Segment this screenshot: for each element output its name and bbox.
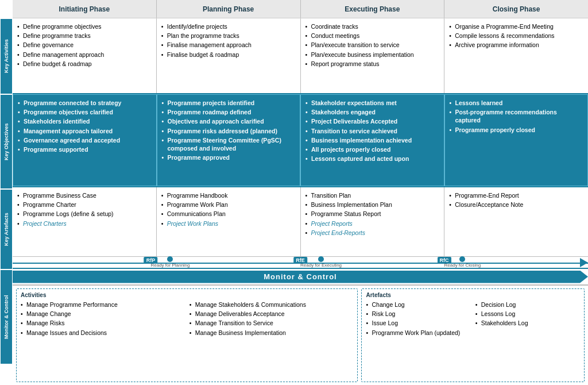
activities-executing: Coordinate tracks Conduct meetings Plan/… bbox=[301, 18, 445, 93]
key-artefacts-label: Key Artefacts bbox=[0, 189, 13, 270]
mc-artefacts-col2: Decision Log Lessons Log Stakeholders Lo… bbox=[475, 300, 580, 337]
list-item: Risk Log bbox=[366, 309, 470, 318]
list-item: Issue Log bbox=[366, 318, 470, 328]
list-item: Change Log bbox=[366, 300, 470, 309]
objectives-executing-list: Stakeholder expectations met Stakeholder… bbox=[305, 98, 439, 163]
objectives-closing-list: Lessons learned Post-programme recommend… bbox=[450, 98, 583, 134]
artefacts-planning-list: Programme Handbook Programme Work Plan C… bbox=[161, 191, 296, 228]
activities-planning: Identify/define projects Plan the progra… bbox=[157, 18, 301, 93]
list-item: Programme roadmap defined bbox=[162, 107, 296, 117]
activities-planning-list: Identify/define projects Plan the progra… bbox=[161, 22, 296, 59]
list-item: Stakeholder expectations met bbox=[305, 98, 439, 107]
list-item: Project Deliverables Accepted bbox=[305, 117, 439, 126]
list-item: Identify/define projects bbox=[161, 22, 296, 31]
activities-closing: Organise a Programme-End Meeting Compile… bbox=[444, 18, 588, 93]
list-item: Programme projects identified bbox=[162, 98, 296, 107]
activities-initiating: Define programme objectives Define progr… bbox=[13, 18, 157, 93]
list-item: Programme Business Case bbox=[17, 191, 152, 200]
monitor-control-band: Monitor & Control bbox=[13, 269, 588, 285]
monitor-control-arrow: Monitor & Control bbox=[13, 271, 588, 283]
list-item: Project End-Reports bbox=[305, 228, 440, 237]
objectives-planning: Programme projects identified Programme … bbox=[157, 94, 301, 186]
rfp-badge: RfP bbox=[144, 257, 158, 264]
header-row: Initiating Phase Planning Phase Executin… bbox=[13, 0, 588, 18]
list-item: Management approach tailored bbox=[18, 126, 152, 136]
mc-artefacts-col1: Change Log Risk Log Issue Log Programme … bbox=[366, 300, 470, 337]
header-closing: Closing Phase bbox=[444, 0, 588, 18]
list-item: Closure/Acceptance Note bbox=[449, 200, 583, 209]
mc-artefacts-columns: Change Log Risk Log Issue Log Programme … bbox=[366, 300, 580, 337]
list-item: Manage Change bbox=[21, 309, 185, 318]
key-activities-row: Define programme objectives Define progr… bbox=[13, 18, 588, 94]
list-item: Programme connected to strategy bbox=[18, 98, 152, 107]
list-item: Report programme status bbox=[305, 59, 440, 68]
rfc-badge: RfC bbox=[438, 257, 451, 264]
list-item: Governance agreed and accepted bbox=[18, 136, 152, 145]
header-executing: Executing Phase bbox=[301, 0, 445, 18]
artefacts-planning: Programme Handbook Programme Work Plan C… bbox=[157, 187, 301, 256]
list-item: Coordinate tracks bbox=[305, 22, 440, 31]
mc-activities-columns: Manage Programme Performance Manage Chan… bbox=[21, 300, 353, 337]
artefacts-closing: Programme-End Report Closure/Acceptance … bbox=[444, 187, 588, 256]
mc-activities-col2: Manage Stakeholders & Communications Man… bbox=[189, 300, 354, 337]
list-item: Programme Charter bbox=[17, 200, 152, 209]
list-item: Programme Logs (define & setup) bbox=[17, 209, 152, 218]
list-item: Define programme tracks bbox=[17, 31, 152, 40]
list-item: Programme Steering Committee (PgSC) comp… bbox=[162, 136, 296, 153]
list-item: Business Implementation Plan bbox=[305, 200, 440, 209]
list-item: Programme properly closed bbox=[450, 125, 583, 134]
artefacts-closing-list: Programme-End Report Closure/Acceptance … bbox=[449, 191, 583, 209]
artefacts-executing-list: Transition Plan Business Implementation … bbox=[305, 191, 440, 237]
key-activities-label: Key Activities bbox=[0, 18, 13, 94]
list-item: Manage Risks bbox=[21, 318, 185, 328]
list-item: All projects properly closed bbox=[305, 145, 439, 154]
list-item: Finalise management approach bbox=[161, 40, 296, 49]
key-objectives-row: Programme connected to strategy Programm… bbox=[13, 94, 588, 187]
mc-content: Activities Manage Programme Performance … bbox=[13, 286, 588, 385]
list-item: Finalise budget & roadmap bbox=[161, 50, 296, 59]
list-item: Programme Work Plan bbox=[161, 200, 296, 209]
main-wrapper: Key Activities Key Objectives Key Artefa… bbox=[0, 0, 588, 385]
mc-activities-col1: Manage Programme Performance Manage Chan… bbox=[21, 300, 185, 337]
list-item: Conduct meetings bbox=[305, 31, 440, 40]
content-area: Initiating Phase Planning Phase Executin… bbox=[13, 0, 588, 385]
list-item: Stakeholders Log bbox=[475, 318, 580, 328]
list-item: Project Charters bbox=[17, 219, 152, 228]
list-item: Define management approach bbox=[17, 50, 152, 59]
list-item: Programme objectives clarified bbox=[18, 107, 152, 117]
list-item: Archive programme information bbox=[449, 40, 583, 49]
header-planning: Planning Phase bbox=[157, 0, 301, 18]
list-item: Lessons captured and acted upon bbox=[305, 154, 439, 163]
list-item: Business implementation achieved bbox=[305, 136, 439, 145]
list-item: Plan/execute transition to service bbox=[305, 40, 440, 49]
artefacts-executing: Transition Plan Business Implementation … bbox=[301, 187, 445, 256]
objectives-executing: Stakeholder expectations met Stakeholder… bbox=[300, 94, 444, 186]
left-labels: Key Activities Key Objectives Key Artefa… bbox=[0, 0, 13, 385]
list-item: Manage Programme Performance bbox=[21, 300, 185, 309]
list-item: Programme risks addressed (planned) bbox=[162, 126, 296, 136]
objectives-initiating: Programme connected to strategy Programm… bbox=[13, 94, 157, 186]
list-item: Define programme objectives bbox=[17, 22, 152, 31]
objectives-initiating-list: Programme connected to strategy Programm… bbox=[18, 98, 152, 154]
list-item: Programme Status Report bbox=[305, 209, 440, 218]
activities-closing-list: Organise a Programme-End Meeting Compile… bbox=[449, 22, 583, 50]
list-item: Plan the programme tracks bbox=[161, 31, 296, 40]
list-item: Transition to service achieved bbox=[305, 126, 439, 136]
artefacts-initiating-list: Programme Business Case Programme Charte… bbox=[17, 191, 152, 228]
list-item: Define governance bbox=[17, 40, 152, 49]
rfe-badge: RfE bbox=[293, 257, 307, 264]
list-item: Stakeholders engaged bbox=[305, 107, 439, 117]
list-item: Objectives and approach clarified bbox=[162, 117, 296, 126]
list-item: Manage Deliverables Acceptance bbox=[189, 309, 354, 318]
activities-label: Activities bbox=[21, 292, 353, 298]
artefacts-initiating: Programme Business Case Programme Charte… bbox=[13, 187, 157, 256]
list-item: Organise a Programme-End Meeting bbox=[449, 22, 583, 31]
objectives-closing: Lessons learned Post-programme recommend… bbox=[444, 94, 589, 186]
list-item: Transition Plan bbox=[305, 191, 440, 200]
list-item: Lessons Log bbox=[475, 309, 580, 318]
list-item: Programme-End Report bbox=[449, 191, 583, 200]
header-initiating: Initiating Phase bbox=[13, 0, 157, 18]
list-item: Define budget & roadmap bbox=[17, 59, 152, 68]
list-item: Stakeholders identified bbox=[18, 117, 152, 126]
artefacts-label: Artefacts bbox=[366, 292, 580, 298]
